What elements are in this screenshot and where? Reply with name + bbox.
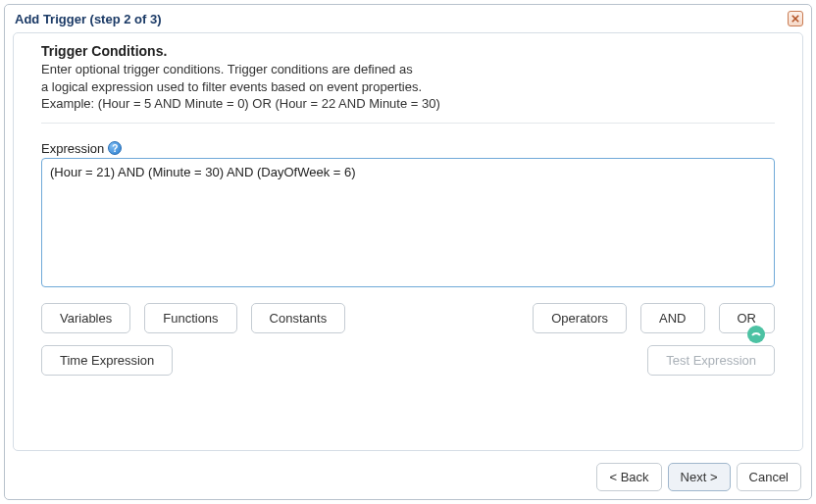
close-button[interactable] [788,11,803,26]
resize-arc-icon [751,329,761,339]
next-button[interactable]: Next > [668,463,731,491]
operators-button[interactable]: Operators [533,303,627,333]
dialog-title: Add Trigger (step 2 of 3) [15,12,162,26]
description-line3: Example: (Hour = 5 AND Minute = 0) OR (H… [41,95,775,113]
description-line2: a logical expression used to filter even… [41,78,775,96]
test-expression-button: Test Expression [647,345,775,376]
titlebar: Add Trigger (step 2 of 3) [5,5,811,30]
expression-label: Expression [41,141,104,156]
toolbar-row1: Variables Functions Constants Operators … [41,303,775,333]
section-heading: Trigger Conditions. [41,43,775,59]
cancel-button[interactable]: Cancel [737,463,801,491]
help-icon[interactable]: ? [108,141,122,155]
resize-handle[interactable] [747,326,765,343]
toolbar-row2: Time Expression Test Expression [41,345,775,376]
constants-button[interactable]: Constants [251,303,346,333]
time-expression-button[interactable]: Time Expression [41,345,173,376]
expression-label-row: Expression ? [41,141,775,156]
functions-button[interactable]: Functions [144,303,236,333]
content-panel: Trigger Conditions. Enter optional trigg… [13,32,803,451]
divider [41,123,775,124]
variables-button[interactable]: Variables [41,303,130,333]
or-button[interactable]: OR [719,303,776,333]
description-line1: Enter optional trigger conditions. Trigg… [41,61,775,78]
dialog: Add Trigger (step 2 of 3) Trigger Condit… [4,4,812,500]
footer: < Back Next > Cancel [5,457,811,499]
back-button[interactable]: < Back [596,463,661,491]
close-icon [791,15,799,23]
and-button[interactable]: AND [640,303,704,333]
expression-input[interactable] [41,158,775,287]
